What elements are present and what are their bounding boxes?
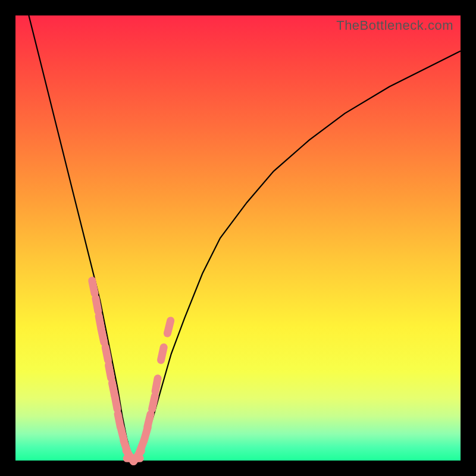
highlight-point <box>101 330 104 343</box>
highlight-point <box>92 281 95 294</box>
highlight-point <box>167 321 170 333</box>
highlight-point <box>115 396 117 409</box>
chart-frame: TheBottleneck.com <box>0 0 476 476</box>
plot-area: TheBottleneck.com <box>15 15 461 461</box>
highlight-point <box>148 414 151 427</box>
highlight-point <box>109 365 111 378</box>
curve-svg <box>15 15 461 461</box>
bottleneck-curve-path <box>29 15 461 461</box>
highlight-points-group <box>92 281 171 462</box>
highlight-point <box>105 347 108 361</box>
highlight-point <box>96 298 98 311</box>
highlight-point <box>152 396 155 409</box>
highlight-point <box>161 347 164 361</box>
highlight-point <box>155 378 158 392</box>
